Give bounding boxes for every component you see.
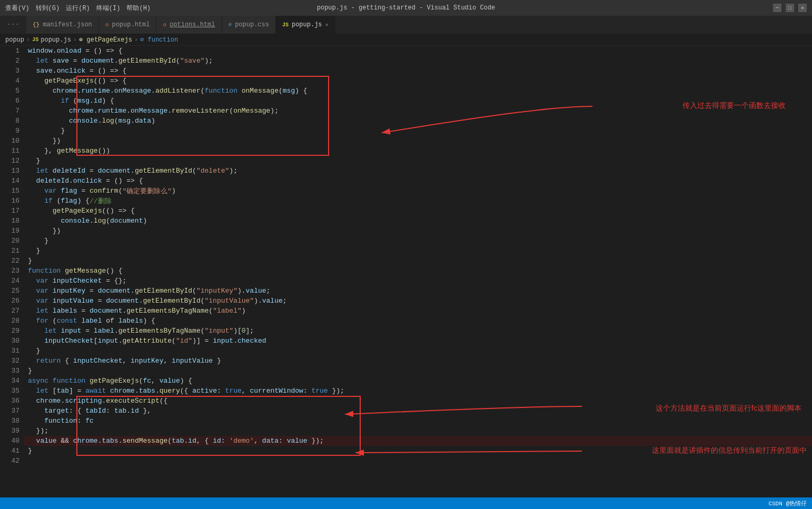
breadcrumb-popup[interactable]: popup — [5, 36, 24, 44]
tab-popup-css[interactable]: # popup.css — [222, 15, 276, 34]
tab-label-popup-html: popup.html — [112, 21, 150, 28]
menu-terminal[interactable]: 终端(I) — [96, 4, 121, 13]
code-line-29: let input = label.getElementsByTagName("… — [24, 326, 812, 336]
code-line-36: chrome.scripting.executeScript({ — [24, 396, 812, 406]
line-numbers: 1 2 3 4 5 6 7 8 9 10 11 12 13 14 15 16 1… — [0, 46, 24, 497]
menu-help[interactable]: 帮助(H) — [126, 4, 151, 13]
tab-label-popup-css: popup.css — [235, 21, 269, 28]
code-line-25: var inputKey = document.getElementById("… — [24, 286, 812, 296]
menu-view[interactable]: 查看(V) — [5, 4, 29, 13]
code-line-38: function: fc — [24, 416, 812, 426]
tab-icon-json: {} — [33, 22, 39, 28]
code-line-34: async function getPageExejs(fc, value) { — [24, 376, 812, 386]
code-line-30: inputChecket[input.getAttribute("id")] =… — [24, 336, 812, 346]
code-line-40: value && chrome.tabs.sendMessage(tab.id,… — [24, 436, 812, 446]
code-line-37: target: { tabId: tab.id }, — [24, 406, 812, 416]
menu-goto[interactable]: 转到(G) — [36, 4, 60, 13]
code-line-12: } — [24, 156, 812, 166]
code-line-18: console.log(document) — [24, 216, 812, 226]
code-editor[interactable]: window.onload = () => { let save = docum… — [24, 46, 812, 497]
code-line-2: let save = document.getElementById("save… — [24, 56, 812, 66]
code-line-4: getPageExejs(() => { — [24, 76, 812, 86]
tab-manifest-json[interactable]: {} manifest.json — [26, 15, 99, 34]
code-line-28: for (const label of labels) { — [24, 316, 812, 326]
code-line-26: var inputValue = document.getElementById… — [24, 296, 812, 306]
code-line-14: deleteId.onclick = () => { — [24, 176, 812, 186]
tab-label-options-html: options.html — [170, 21, 215, 28]
code-line-1: window.onload = () => { — [24, 46, 812, 56]
code-line-6: if (msg.id) { — [24, 96, 812, 106]
code-line-31: } — [24, 346, 812, 356]
code-line-10: }) — [24, 136, 812, 146]
tab-close-popup-js[interactable]: ✕ — [325, 22, 329, 28]
code-line-20: } — [24, 236, 812, 246]
code-line-5: chrome.runtime.onMessage.addListener(fun… — [24, 86, 812, 96]
code-line-35: let [tab] = await chrome.tabs.query({ ac… — [24, 386, 812, 396]
menu-run[interactable]: 运行(R) — [66, 4, 90, 13]
code-line-22: } — [24, 256, 812, 266]
close-button[interactable]: ✕ — [798, 4, 807, 12]
code-line-16: if (flag) {//删除 — [24, 196, 812, 206]
code-line-13: let deleteId = document.getElementById("… — [24, 166, 812, 176]
code-line-42 — [24, 456, 812, 466]
window-controls[interactable]: ─ □ ✕ — [773, 4, 807, 12]
code-line-7: chrome.runtime.onMessage.removeListener(… — [24, 106, 812, 116]
tab-popup-html[interactable]: ◇ popup.html — [99, 15, 157, 34]
tab-options-html[interactable]: ◇ options.html — [156, 15, 222, 34]
code-line-39: }); — [24, 426, 812, 436]
menu-bar[interactable]: 查看(V) 转到(G) 运行(R) 终端(I) 帮助(H) — [5, 4, 151, 13]
tab-label-manifest: manifest.json — [43, 21, 92, 28]
tab-bar: ··· {} manifest.json ◇ popup.html ◇ opti… — [0, 16, 812, 34]
code-line-19: }) — [24, 226, 812, 236]
activity-bar-dots[interactable]: ··· — [0, 15, 26, 34]
code-line-3: save.onclick = () => { — [24, 66, 812, 76]
tab-label-popup-js: popup.js — [292, 21, 322, 28]
tab-icon-html1: ◇ — [105, 21, 109, 28]
code-line-15: var flag = confirm("确定要删除么") — [24, 186, 812, 196]
breadcrumb: popup › JS popup.js › ⊕ getPageExejs › ⊘… — [0, 34, 812, 46]
breadcrumb-file[interactable]: popup.js — [41, 36, 71, 44]
code-line-9: } — [24, 126, 812, 136]
code-line-32: return { inputChecket, inputKey, inputVa… — [24, 356, 812, 366]
code-line-11: }, getMessage()) — [24, 146, 812, 156]
breadcrumb-fn[interactable]: ⊕ getPageExejs — [79, 36, 132, 44]
code-line-17: getPageExejs(() => { — [24, 206, 812, 216]
editor-container: 1 2 3 4 5 6 7 8 9 10 11 12 13 14 15 16 1… — [0, 46, 812, 497]
tab-icon-css: # — [229, 22, 232, 28]
code-line-27: let labels = document.getElementsByTagNa… — [24, 306, 812, 316]
window-title: popup.js - getting-started - Visual Stud… — [317, 4, 495, 12]
breadcrumb-function[interactable]: ⊘ function — [140, 36, 178, 44]
code-content: window.onload = () => { let save = docum… — [24, 46, 812, 466]
code-line-21: } — [24, 246, 812, 256]
title-bar: 查看(V) 转到(G) 运行(R) 终端(I) 帮助(H) popup.js -… — [0, 0, 812, 16]
status-bar: CSDN @热情仔 — [0, 497, 812, 509]
code-line-33: } — [24, 366, 812, 376]
tab-icon-html2: ◇ — [163, 21, 166, 28]
code-line-24: var inputChecket = {}; — [24, 276, 812, 286]
code-line-8: console.log(msg.data) — [24, 116, 812, 126]
code-line-23: function getMessage() { — [24, 266, 812, 276]
status-right-text: CSDN @热情仔 — [768, 500, 807, 507]
tab-popup-js[interactable]: JS popup.js ✕ — [276, 15, 335, 34]
code-line-41: } — [24, 446, 812, 456]
tab-icon-js: JS — [282, 22, 289, 28]
minimize-button[interactable]: ─ — [773, 4, 781, 12]
maximize-button[interactable]: □ — [786, 4, 794, 12]
